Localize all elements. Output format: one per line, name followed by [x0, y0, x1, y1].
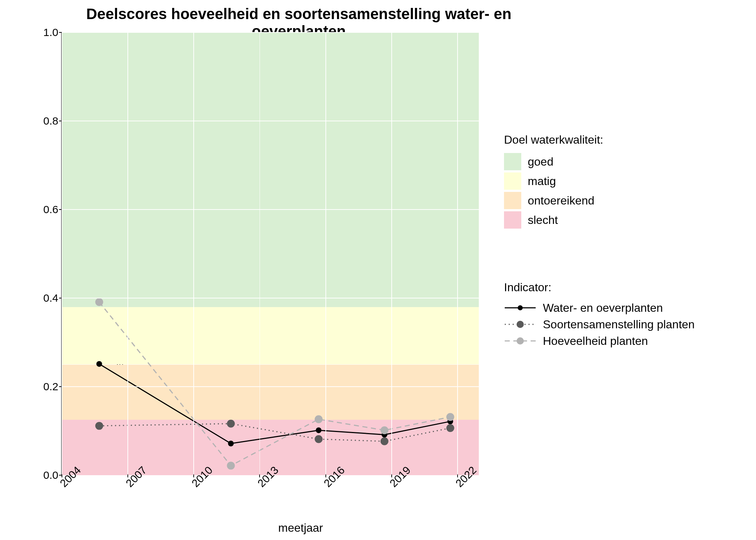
data-point: [381, 437, 388, 445]
legend-swatch: [504, 211, 521, 229]
ytick-label: 0.6: [43, 203, 62, 216]
legend-series-row: Soortensamenstelling planten: [504, 317, 695, 332]
legend-band-label: ontoereikend: [528, 194, 594, 207]
legend-band-row: ontoereikend: [504, 192, 603, 209]
svg-point-5: [517, 337, 524, 345]
legend-bands: Doel waterkwaliteit: goedmatigontoereike…: [504, 133, 603, 231]
legend-series-row: Hoeveelheid planten: [504, 334, 695, 348]
gridline-v: [457, 32, 458, 474]
legend-band-label: goed: [528, 155, 553, 168]
ytick-label: 1.0: [43, 26, 62, 39]
gridline-h: [62, 121, 479, 121]
legend-series: Indicator: Water- en oeverplantenSoorten…: [504, 281, 695, 350]
legend-line-swatch: [504, 317, 536, 332]
gridline-v: [193, 32, 194, 474]
data-point: [381, 426, 388, 434]
gridline-v: [325, 32, 326, 474]
data-point: [315, 435, 323, 443]
svg-point-1: [518, 305, 523, 310]
ytick-label: 0.2: [43, 381, 62, 393]
legend-series-label: Soortensamenstelling planten: [543, 318, 695, 331]
legend-series-label: Water- en oeverplanten: [543, 301, 663, 315]
legend-band-label: slecht: [528, 213, 558, 227]
legend-band-row: matig: [504, 172, 603, 190]
data-point: [228, 441, 234, 446]
legend-line-swatch: [504, 301, 536, 315]
ytick-label: 0.8: [43, 115, 62, 127]
legend-bands-title: Doel waterkwaliteit:: [504, 133, 603, 147]
gridline-h: [62, 386, 479, 387]
plot-area: 0.00.20.40.60.81.02004200720102013201620…: [61, 32, 479, 475]
gridline-v: [127, 32, 128, 474]
ytick-label: 0.4: [43, 292, 62, 304]
data-point: [96, 361, 102, 367]
gridline-v: [62, 32, 62, 474]
legend-line-swatch: [504, 334, 536, 348]
legend-band-row: goed: [504, 153, 603, 170]
legend-series-title: Indicator:: [504, 281, 695, 294]
legend-band-label: matig: [528, 175, 556, 188]
legend-swatch: [504, 172, 521, 190]
legend-series-label: Hoeveelheid planten: [543, 334, 648, 348]
gridline-h: [62, 32, 479, 33]
legend-swatch: [504, 153, 521, 170]
data-point: [227, 462, 235, 469]
gridline-v: [260, 32, 260, 474]
gridline-h: [62, 209, 479, 210]
series-line: [99, 364, 450, 444]
series-line: [99, 302, 450, 465]
data-point: [446, 413, 454, 421]
data-point: [316, 427, 321, 433]
line-layer: [62, 32, 479, 474]
x-axis-label: meetjaar: [61, 521, 540, 535]
svg-point-3: [517, 321, 524, 328]
gridline-v: [391, 32, 392, 474]
data-point: [227, 420, 235, 428]
legend-swatch: [504, 192, 521, 209]
data-point: [95, 422, 103, 430]
chart-container: Deelscores hoeveelheid en soortensamenst…: [0, 0, 756, 540]
data-point: [95, 298, 103, 306]
legend-series-row: Water- en oeverplanten: [504, 301, 695, 315]
data-point: [446, 424, 454, 432]
gridline-h: [62, 298, 479, 298]
data-point: [315, 415, 323, 423]
legend-band-row: slecht: [504, 211, 603, 229]
